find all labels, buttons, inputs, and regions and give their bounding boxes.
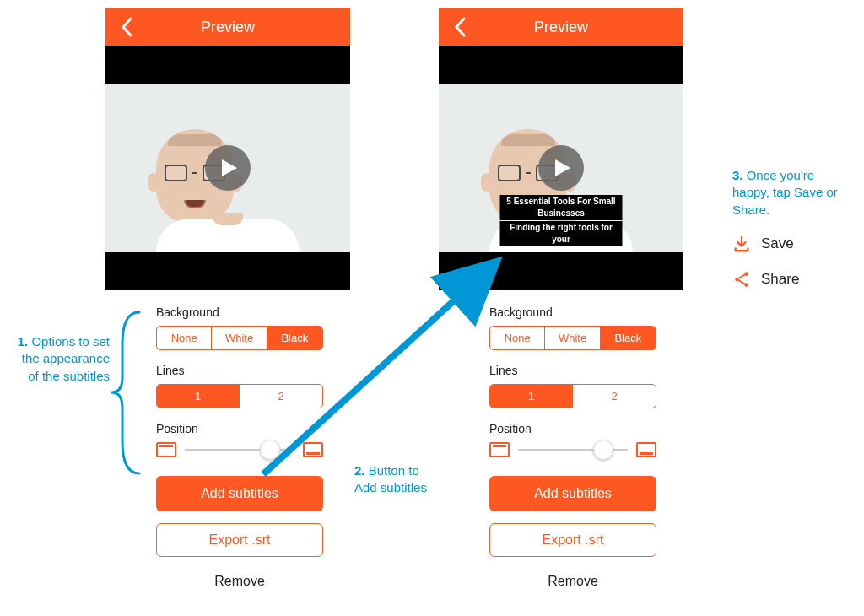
chevron-left-icon bbox=[454, 17, 467, 37]
export-srt-button[interactable]: Export .srt bbox=[156, 523, 323, 557]
lines-option-1[interactable]: 1 bbox=[490, 385, 573, 408]
position-label: Position bbox=[156, 422, 323, 435]
annotation-3: 3. Once you're happy, tap Save or Share. bbox=[732, 167, 850, 219]
background-label: Background bbox=[156, 305, 323, 319]
back-button[interactable] bbox=[449, 15, 472, 39]
background-option-black[interactable]: Black bbox=[267, 327, 322, 349]
position-slider[interactable] bbox=[489, 442, 656, 457]
position-label: Position bbox=[489, 422, 656, 435]
lines-segmented[interactable]: 1 2 bbox=[156, 384, 323, 408]
phone-screen-right: Preview 5 Essential Tools For Small Busi… bbox=[439, 8, 683, 589]
add-subtitles-button[interactable]: Add subtitles bbox=[156, 476, 323, 511]
subtitle-line-2: Finding the right tools for your bbox=[500, 221, 623, 246]
lines-label: Lines bbox=[489, 364, 656, 377]
annotation-1: 1. Options to set the appearance of the … bbox=[17, 333, 110, 385]
position-bottom-icon bbox=[636, 442, 656, 457]
play-button[interactable] bbox=[538, 145, 584, 191]
nav-bar: Preview bbox=[105, 8, 350, 46]
play-icon bbox=[554, 158, 572, 178]
video-preview[interactable]: 5 Essential Tools For Small Businesses F… bbox=[439, 46, 683, 290]
annotation-2-number: 2. bbox=[354, 463, 365, 478]
slider-thumb[interactable] bbox=[260, 440, 280, 460]
annotation-2: 2. Button to Add subtitles bbox=[354, 462, 439, 497]
slider-thumb[interactable] bbox=[593, 440, 613, 460]
video-frame bbox=[105, 84, 350, 252]
annotation-1-text: Options to set the appearance of the sub… bbox=[22, 334, 110, 383]
video-frame: 5 Essential Tools For Small Businesses F… bbox=[439, 84, 683, 252]
background-option-black[interactable]: Black bbox=[601, 327, 656, 349]
lines-option-2[interactable]: 2 bbox=[240, 385, 322, 408]
position-bottom-icon bbox=[303, 442, 323, 457]
position-top-icon bbox=[156, 442, 176, 457]
nav-title: Preview bbox=[201, 19, 255, 36]
annotation-2-text: Button to Add subtitles bbox=[354, 463, 427, 494]
back-button[interactable] bbox=[116, 15, 139, 39]
annotation-1-number: 1. bbox=[18, 334, 29, 349]
background-segmented[interactable]: None White Black bbox=[156, 326, 323, 350]
position-top-icon bbox=[489, 442, 510, 457]
subtitle-line-1: 5 Essential Tools For Small Businesses bbox=[500, 195, 623, 220]
background-segmented[interactable]: None White Black bbox=[489, 326, 656, 350]
chevron-left-icon bbox=[121, 17, 134, 37]
background-option-none[interactable]: None bbox=[490, 327, 545, 349]
annotation-3-number: 3. bbox=[732, 168, 743, 182]
play-icon bbox=[220, 158, 239, 178]
slider-track[interactable] bbox=[518, 449, 628, 451]
share-action[interactable]: Share bbox=[732, 270, 799, 289]
remove-button[interactable]: Remove bbox=[489, 574, 656, 589]
remove-button[interactable]: Remove bbox=[156, 574, 323, 589]
lines-option-1[interactable]: 1 bbox=[157, 385, 240, 408]
video-preview[interactable] bbox=[105, 46, 350, 290]
lines-option-2[interactable]: 2 bbox=[573, 385, 656, 408]
annotation-3-text: Once you're happy, tap Save or Share. bbox=[732, 168, 838, 217]
background-option-white[interactable]: White bbox=[212, 327, 267, 349]
lines-segmented[interactable]: 1 2 bbox=[489, 384, 656, 408]
slider-track[interactable] bbox=[185, 449, 294, 451]
position-slider[interactable] bbox=[156, 442, 323, 457]
share-label: Share bbox=[761, 271, 799, 288]
subtitle-controls: Background None White Black Lines 1 2 Po… bbox=[439, 290, 683, 589]
phone-screen-left: Preview Background None White Black bbox=[105, 8, 350, 589]
lines-label: Lines bbox=[156, 364, 323, 377]
subtitle-overlay: 5 Essential Tools For Small Businesses F… bbox=[500, 195, 623, 247]
save-action[interactable]: Save bbox=[732, 235, 794, 253]
nav-title: Preview bbox=[534, 19, 588, 36]
export-srt-button[interactable]: Export .srt bbox=[489, 523, 656, 557]
background-option-white[interactable]: White bbox=[545, 327, 600, 349]
add-subtitles-button[interactable]: Add subtitles bbox=[489, 476, 656, 511]
nav-bar: Preview bbox=[439, 8, 683, 46]
brace-icon bbox=[110, 311, 143, 475]
background-label: Background bbox=[489, 305, 656, 319]
background-option-none[interactable]: None bbox=[157, 327, 212, 349]
save-label: Save bbox=[761, 235, 794, 252]
play-button[interactable] bbox=[205, 145, 251, 191]
share-icon bbox=[732, 270, 751, 289]
download-icon bbox=[732, 235, 751, 253]
